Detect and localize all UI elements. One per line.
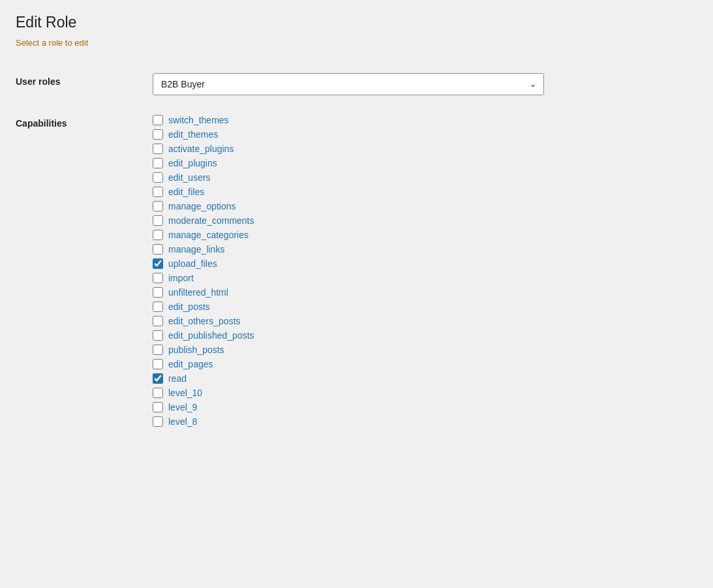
capability-label-level_8[interactable]: level_8 [153,416,197,427]
capability-checkbox-edit_users[interactable] [153,172,163,183]
capability-checkbox-manage_options[interactable] [153,201,163,211]
capability-label-edit_pages[interactable]: edit_pages [153,359,213,369]
list-item: manage_links [153,244,697,255]
capability-name: level_9 [168,402,197,412]
capability-name: switch_themes [168,115,229,125]
capability-name: manage_links [168,244,224,255]
list-item: edit_others_posts [153,316,697,326]
capability-checkbox-upload_files[interactable] [153,258,163,269]
capability-checkbox-read[interactable] [153,373,163,384]
capability-label-level_9[interactable]: level_9 [153,402,197,412]
capability-checkbox-edit_pages[interactable] [153,359,163,369]
capabilities-row: Capabilities switch_themesedit_themesact… [16,105,697,441]
capability-label-edit_themes[interactable]: edit_themes [153,129,218,140]
capability-name: edit_files [168,187,204,197]
capability-checkbox-moderate_comments[interactable] [153,215,163,226]
capability-label-manage_options[interactable]: manage_options [153,201,236,211]
user-roles-select[interactable]: Administrator Editor Author Contributor … [153,73,544,95]
capability-checkbox-edit_posts[interactable] [153,302,163,312]
capability-name: moderate_comments [168,215,254,226]
user-roles-select-wrapper: Administrator Editor Author Contributor … [153,73,544,95]
capability-name: level_8 [168,416,197,427]
edit-role-form: User roles Administrator Editor Author C… [16,63,697,441]
capability-checkbox-activate_plugins[interactable] [153,144,163,154]
capability-name: edit_users [168,172,211,183]
page-subtitle: Select a role to edit [16,38,697,48]
capability-checkbox-edit_themes[interactable] [153,129,163,140]
capabilities-label: Capabilities [16,118,67,129]
capability-name: import [168,273,194,283]
capability-checkbox-unfiltered_html[interactable] [153,287,163,298]
user-roles-label: User roles [16,76,60,87]
capability-checkbox-edit_others_posts[interactable] [153,316,163,326]
page-title: Edit Role [16,13,697,33]
capability-label-edit_published_posts[interactable]: edit_published_posts [153,330,254,341]
list-item: edit_files [153,187,697,197]
capability-name: edit_others_posts [168,316,241,326]
capability-checkbox-edit_plugins[interactable] [153,158,163,168]
capability-label-read[interactable]: read [153,373,187,384]
list-item: activate_plugins [153,144,697,154]
list-item: import [153,273,697,283]
list-item: switch_themes [153,115,697,125]
capability-label-edit_files[interactable]: edit_files [153,187,204,197]
list-item: moderate_comments [153,215,697,226]
capability-label-activate_plugins[interactable]: activate_plugins [153,144,234,154]
capability-label-manage_categories[interactable]: manage_categories [153,230,249,240]
list-item: level_9 [153,402,697,412]
capability-name: manage_categories [168,230,249,240]
capability-label-edit_users[interactable]: edit_users [153,172,211,183]
list-item: edit_published_posts [153,330,697,341]
list-item: read [153,373,697,384]
capability-checkbox-level_9[interactable] [153,402,163,412]
capability-checkbox-edit_published_posts[interactable] [153,330,163,341]
capability-name: edit_themes [168,129,218,140]
capability-name: edit_published_posts [168,330,254,341]
capability-name: manage_options [168,201,236,211]
capability-label-level_10[interactable]: level_10 [153,388,202,398]
list-item: publish_posts [153,345,697,355]
list-item: level_10 [153,388,697,398]
capability-checkbox-level_10[interactable] [153,388,163,398]
capability-name: read [168,373,187,384]
capability-name: publish_posts [168,345,224,355]
capability-label-edit_others_posts[interactable]: edit_others_posts [153,316,241,326]
capability-label-upload_files[interactable]: upload_files [153,258,217,269]
list-item: edit_pages [153,359,697,369]
capability-name: activate_plugins [168,144,234,154]
capability-label-edit_posts[interactable]: edit_posts [153,302,210,312]
capability-name: edit_posts [168,302,210,312]
list-item: level_8 [153,416,697,427]
capability-name: upload_files [168,258,217,269]
user-roles-row: User roles Administrator Editor Author C… [16,63,697,105]
list-item: edit_users [153,172,697,183]
capability-label-import[interactable]: import [153,273,194,283]
capability-label-edit_plugins[interactable]: edit_plugins [153,158,217,168]
capability-label-switch_themes[interactable]: switch_themes [153,115,229,125]
list-item: unfiltered_html [153,287,697,298]
capability-checkbox-edit_files[interactable] [153,187,163,197]
capability-label-publish_posts[interactable]: publish_posts [153,345,224,355]
capability-label-manage_links[interactable]: manage_links [153,244,224,255]
capability-checkbox-level_8[interactable] [153,416,163,427]
capability-name: unfiltered_html [168,287,228,298]
capability-checkbox-manage_links[interactable] [153,244,163,255]
list-item: edit_themes [153,129,697,140]
capability-checkbox-switch_themes[interactable] [153,115,163,125]
list-item: manage_options [153,201,697,211]
capability-checkbox-import[interactable] [153,273,163,283]
capability-label-unfiltered_html[interactable]: unfiltered_html [153,287,228,298]
capability-name: edit_pages [168,359,213,369]
capability-name: edit_plugins [168,158,217,168]
capabilities-list: switch_themesedit_themesactivate_plugins… [153,115,697,427]
capability-checkbox-publish_posts[interactable] [153,345,163,355]
capability-label-moderate_comments[interactable]: moderate_comments [153,215,254,226]
list-item: manage_categories [153,230,697,240]
list-item: edit_plugins [153,158,697,168]
capability-checkbox-manage_categories[interactable] [153,230,163,240]
list-item: upload_files [153,258,697,269]
list-item: edit_posts [153,302,697,312]
capability-name: level_10 [168,388,202,398]
